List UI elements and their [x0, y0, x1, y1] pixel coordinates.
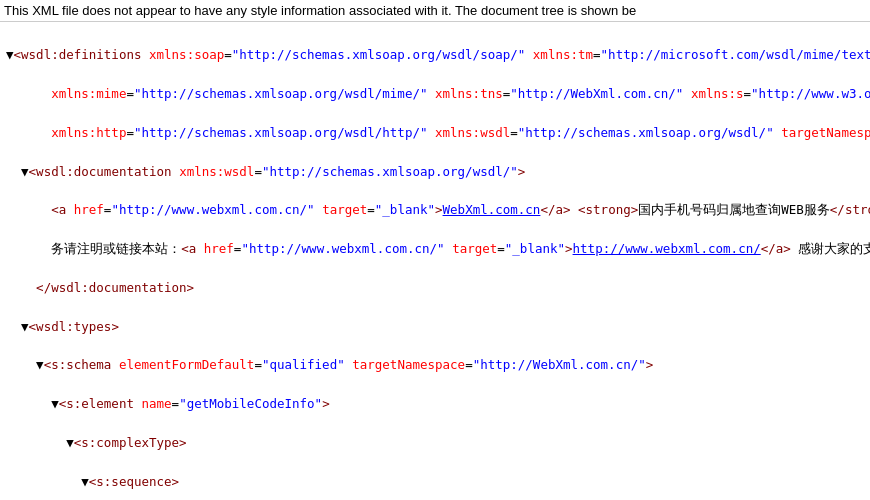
- xml-line-5: <a href="http://www.webxml.com.cn/" targ…: [6, 200, 864, 219]
- collapse-triangle-4[interactable]: ▼: [36, 357, 44, 372]
- info-bar: This XML file does not appear to have an…: [0, 0, 870, 22]
- xml-line-3: xmlns:http="http://schemas.xmlsoap.org/w…: [6, 123, 864, 142]
- xml-line-4: ▼<wsdl:documentation xmlns:wsdl="http://…: [6, 162, 864, 181]
- collapse-triangle-6[interactable]: ▼: [66, 435, 74, 450]
- info-text: This XML file does not appear to have an…: [4, 3, 636, 18]
- xml-line-11: ▼<s:complexType>: [6, 433, 864, 452]
- xml-line-8: ▼<wsdl:types>: [6, 317, 864, 336]
- xml-line-6: 务请注明或链接本站：<a href="http://www.webxml.com…: [6, 239, 864, 258]
- xml-line-9: ▼<s:schema elementFormDefault="qualified…: [6, 355, 864, 374]
- xml-line-1: ▼<wsdl:definitions xmlns:soap="http://sc…: [6, 45, 864, 64]
- collapse-triangle-1[interactable]: ▼: [6, 47, 14, 62]
- collapse-triangle-5[interactable]: ▼: [51, 396, 59, 411]
- xml-line-12: ▼<s:sequence>: [6, 472, 864, 491]
- xml-line-7: </wsdl:documentation>: [6, 278, 864, 297]
- xml-line-10: ▼<s:element name="getMobileCodeInfo">: [6, 394, 864, 413]
- collapse-triangle-3[interactable]: ▼: [21, 319, 29, 334]
- xml-content[interactable]: ▼<wsdl:definitions xmlns:soap="http://sc…: [0, 22, 870, 494]
- xml-line-2: xmlns:mime="http://schemas.xmlsoap.org/w…: [6, 84, 864, 103]
- collapse-triangle-7[interactable]: ▼: [81, 474, 89, 489]
- collapse-triangle-2[interactable]: ▼: [21, 164, 29, 179]
